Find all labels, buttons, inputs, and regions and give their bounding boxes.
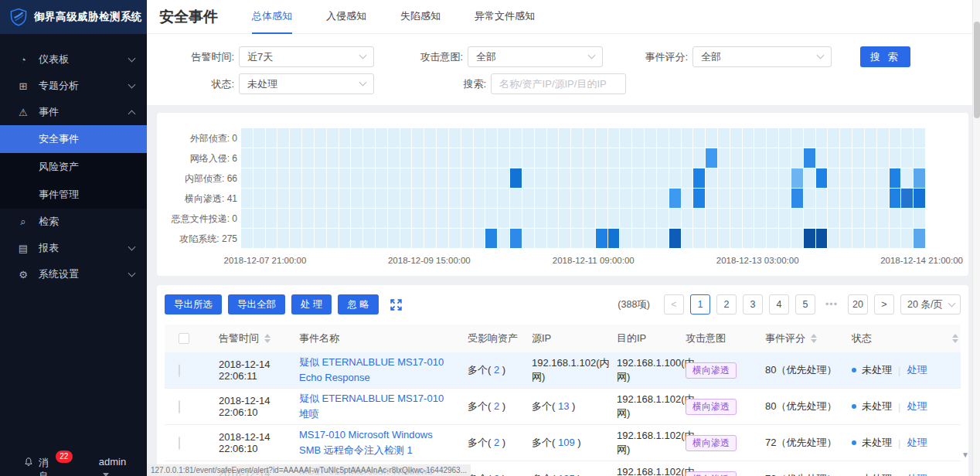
event-name-link[interactable]: 疑似 ETERNALBLUE MS17-010 Echo Response [299,356,444,383]
heatmap-cell [498,189,509,208]
attack-intent-select[interactable]: 全部 [468,46,603,67]
event-name-link[interactable]: 疑似 ETERNALBLUE MS17-010 堆喷 [299,393,444,420]
heatmap-cell [804,229,815,248]
heatmap-cell [804,128,815,148]
heatmap-cell [437,189,448,208]
page-button-3[interactable]: 3 [743,294,763,314]
heatmap-cell [571,229,583,248]
page-button-4[interactable]: 4 [769,294,789,314]
select-all-checkbox[interactable] [179,333,189,344]
user-menu[interactable]: admin [99,456,136,476]
vertical-scrollbar[interactable] [972,0,980,476]
ellipsis-page-button: ••• [822,294,842,314]
page-size-value: 20 条/页 [907,298,943,311]
sidebar-item-dashboard[interactable]: ◔仪表板 [0,46,147,73]
heatmap-cell [510,168,522,188]
next-page-button[interactable]: > [874,294,894,314]
alert-time-value: 近7天 [247,50,273,64]
handle-button[interactable]: 处 理 [291,294,332,314]
ignore-button[interactable]: 忽 略 [338,294,378,314]
status-select[interactable]: 未处理 [239,73,374,94]
export-selected-button[interactable]: 导出所选 [165,294,222,314]
heatmap-cell [327,128,339,148]
heatmap-cell [804,168,815,188]
handle-link[interactable]: 处理 [907,436,927,450]
sidebar-item-reports[interactable]: ▤报表 [0,235,147,261]
heatmap-cell [804,209,815,228]
handle-link[interactable]: 处理 [907,400,927,413]
heatmap-cell [302,148,314,168]
export-all-button[interactable]: 导出全部 [228,294,285,314]
keyword-input[interactable] [491,73,626,94]
chevron-down-icon [948,300,956,308]
page-button-20[interactable]: 20 [848,294,868,314]
heatmap-cell [277,148,289,168]
heatmap-cell [840,229,852,248]
page-button-2[interactable]: 2 [716,294,737,314]
count-link[interactable]: 2 [494,473,499,476]
sidebar-subitem-risk-assets[interactable]: 风险资产 [0,153,147,181]
x-axis-tick-label: 2018-12-09 15:00:00 [388,256,471,265]
tab-overall[interactable]: 总体感知 [252,0,292,34]
fullscreen-expand-icon[interactable] [390,298,403,311]
heatmap-cell [376,189,387,208]
count-link[interactable]: 2 [494,364,499,376]
page-size-select[interactable]: 20 条/页 [900,294,961,314]
heatmap-card: 外部侦查: 0网络入侵: 6内部侦查: 66横向渗透: 41恶意文件投递: 0攻… [157,113,968,276]
sort-icon[interactable] [811,334,817,343]
heatmap-row-label: 内部侦查: 66 [157,168,237,189]
sidebar-nav: ◔仪表板⊞专题分析⚠事件安全事件风险资产事件管理⌕检索▤报表⚙系统设置 [0,46,147,287]
heatmap-cell [632,229,644,248]
heatmap-cell [877,209,889,228]
sidebar-item-events[interactable]: ⚠事件 [0,99,147,125]
count-link[interactable]: 13 [558,400,569,412]
main-area: 安全事件 总体感知入侵感知失陷感知异常文件感知 告警时间: 近7天 攻击意图: … [147,0,980,476]
heatmap-cell [682,209,693,228]
page-button-1[interactable]: 1 [690,294,710,314]
row-checkbox[interactable] [179,437,180,450]
tab-abnormal-file[interactable]: 异常文件感知 [475,0,535,34]
count-link[interactable]: 2 [494,400,499,412]
row-checkbox[interactable] [179,364,180,377]
sort-icon[interactable] [264,334,271,343]
heatmap-cell [804,189,815,208]
heatmap-cell [791,209,803,228]
sidebar-item-topic-analysis[interactable]: ⊞专题分析 [0,73,147,99]
sidebar-item-system-settings[interactable]: ⚙系统设置 [0,261,147,287]
scrollbar-thumb[interactable] [974,22,980,118]
search-button[interactable]: 搜 索 [860,46,910,67]
prev-page-button[interactable]: < [664,294,684,314]
heatmap-cell [498,229,509,248]
count-link[interactable]: 2 [494,437,499,448]
heatmap-cell [315,128,326,148]
heatmap-cell [388,209,400,228]
count-link[interactable]: 195 [558,473,575,476]
sort-icon[interactable] [952,334,958,343]
heatmap-cell [645,189,656,208]
handle-link[interactable]: 处理 [907,363,927,377]
heatmap-cell [474,189,485,208]
count-link[interactable]: 109 [558,437,575,448]
handle-link[interactable]: 处理 [907,472,927,476]
bell-icon[interactable] [23,457,34,468]
heatmap-cell [400,168,412,188]
heatmap-cell [302,189,314,208]
heatmap-cell [254,189,265,208]
heatmap-cell [277,229,289,248]
heatmap-cell [277,189,289,208]
tab-bar: 总体感知入侵感知失陷感知异常文件感知 [252,0,569,34]
event-score-select[interactable]: 全部 [692,46,832,67]
heatmap-cell [241,148,253,168]
sidebar-subitem-event-management[interactable]: 事件管理 [0,181,147,209]
sidebar-subitem-security-events[interactable]: 安全事件 [0,125,147,153]
x-axis-tick-label: 2018-12-13 03:00:00 [716,256,799,265]
event-name-link[interactable]: MS17-010 Microsoft Windows SMB 远程命令注入检测 … [299,429,433,456]
heatmap-cell [706,189,717,208]
sidebar-item-retrieval[interactable]: ⌕检索 [0,209,147,235]
row-checkbox[interactable] [179,400,180,413]
tab-intrusion[interactable]: 入侵感知 [326,0,366,34]
tab-compromise[interactable]: 失陷感知 [400,0,441,34]
heatmap-cell [828,148,839,168]
alert-time-select[interactable]: 近7天 [239,46,374,67]
page-button-5[interactable]: 5 [795,294,815,314]
